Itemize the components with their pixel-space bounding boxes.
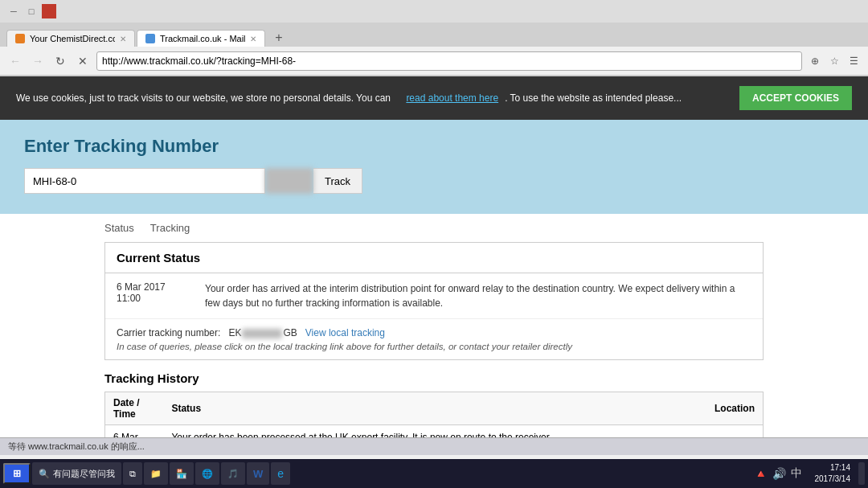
main-content: Status Tracking Current Status 6 Mar 201… — [88, 214, 780, 437]
taskbar-file-explorer[interactable]: 📁 — [144, 462, 168, 485]
taskbar-clock[interactable]: 17:14 2017/3/14 — [809, 462, 858, 485]
show-desktop-button[interactable] — [858, 462, 865, 485]
track-button[interactable]: Track — [313, 168, 362, 194]
tracking-history-title: Tracking History — [104, 371, 764, 385]
stop-button[interactable]: ✕ — [74, 52, 92, 70]
start-button[interactable]: ⊞ — [3, 463, 31, 484]
current-status-row: 6 Mar 2017 11:00 Your order has arrived … — [105, 273, 763, 319]
row1-status: Your order has been processed at the UK … — [163, 425, 706, 438]
carrier-number-prefix: EK — [228, 327, 241, 338]
windows-logo-icon: ⊞ — [13, 468, 21, 479]
tracking-header-title: Enter Tracking Number — [24, 136, 844, 157]
current-status-title: Current Status — [105, 243, 763, 273]
word-icon: W — [253, 468, 263, 480]
translate-icon[interactable]: ⊕ — [807, 53, 823, 69]
taskbar-system-icons: 🔺 🔊 中 — [749, 466, 807, 481]
cookie-link[interactable]: read about them here — [406, 92, 498, 104]
current-status-time: 11:00 — [117, 293, 189, 304]
folder-icon: 📁 — [150, 469, 162, 479]
taskbar-store[interactable]: 🏪 — [170, 462, 194, 485]
tracking-number-input[interactable] — [24, 168, 265, 194]
tab-trackmail[interactable]: Trackmail.co.uk - Mail... ✕ — [137, 30, 265, 47]
col-header-location: Location — [706, 392, 764, 425]
input-icon[interactable]: 中 — [791, 466, 802, 481]
tab-close-chemist[interactable]: ✕ — [120, 35, 126, 43]
carrier-label: Carrier tracking number: — [117, 327, 220, 338]
tab-label-chemist: Your ChemistDirect.co... — [30, 34, 115, 43]
carrier-info: Carrier tracking number: EKGB View local… — [105, 319, 763, 359]
carrier-number-suffix: GB — [283, 327, 297, 338]
new-tab-button[interactable]: + — [270, 29, 288, 47]
taskbar: ⊞ 🔍 有问题尽管问我 ⧉ 📁 🏪 🌐 🎵 W e 🔺 🔊 中 17:14 20… — [0, 459, 868, 488]
history-table: Date / Time Status Location 6 Mar 2017 0… — [104, 392, 764, 437]
cookie-message-before: We use cookies, just to track visits to … — [16, 92, 391, 104]
row1-datetime: 6 Mar 2017 09:42 — [105, 425, 164, 438]
tab-favicon-trackmail — [145, 34, 155, 43]
taskbar-view-button[interactable]: ⧉ — [123, 462, 142, 485]
carrier-tracking-row: Carrier tracking number: EKGB View local… — [117, 327, 751, 338]
music-icon: 🎵 — [227, 469, 239, 479]
forward-button[interactable]: → — [29, 52, 47, 70]
url-input[interactable] — [96, 51, 802, 71]
row1-date: 6 Mar 2017 — [113, 432, 155, 437]
window-controls: ─ □ ✕ — [6, 4, 56, 18]
current-status-datetime: 6 Mar 2017 11:00 — [117, 281, 189, 310]
table-row: 6 Mar 2017 09:42 Your order has been pro… — [105, 425, 764, 438]
network-icon[interactable]: 🔺 — [754, 467, 768, 480]
status-bar: 等待 www.trackmail.co.uk 的响应... — [0, 437, 868, 455]
bookmark-icon[interactable]: ☆ — [826, 53, 842, 69]
tab-bar: Your ChemistDirect.co... ✕ Trackmail.co.… — [0, 23, 868, 47]
breadcrumb-status: Status — [104, 222, 134, 234]
tracking-header: Enter Tracking Number Track — [0, 120, 868, 214]
col-header-status: Status — [163, 392, 706, 425]
nav-icons: ⊕ ☆ ☰ — [807, 53, 862, 69]
current-status-box: Current Status 6 Mar 2017 11:00 Your ord… — [104, 242, 764, 360]
tab-chemist[interactable]: Your ChemistDirect.co... ✕ — [6, 30, 135, 47]
volume-icon[interactable]: 🔊 — [772, 467, 786, 480]
tracking-history: Tracking History Date / Time Status Loca… — [104, 371, 764, 437]
nav-bar: ← → ↻ ✕ ⊕ ☆ ☰ — [0, 47, 868, 76]
current-status-date: 6 Mar 2017 — [117, 281, 189, 293]
tab-favicon-chemist — [15, 34, 25, 43]
clock-date: 2017/3/14 — [815, 474, 851, 485]
back-button[interactable]: ← — [6, 52, 24, 70]
store-icon: 🏪 — [176, 469, 187, 479]
carrier-note: In case of queries, please click on the … — [117, 342, 751, 351]
cookie-message-after: . To use the website as intended please.… — [505, 92, 682, 104]
current-status-message: Your order has arrived at the interim di… — [205, 281, 751, 310]
taskbar-music[interactable]: 🎵 — [221, 462, 245, 485]
search-icon: 🔍 — [39, 469, 50, 479]
ie-icon: e — [277, 467, 284, 480]
taskbar-word[interactable]: W — [247, 462, 269, 485]
tab-label-trackmail: Trackmail.co.uk - Mail... — [160, 34, 245, 43]
chrome-icon: 🌐 — [202, 469, 213, 479]
view-icon: ⧉ — [129, 469, 136, 479]
breadcrumb-row: Status Tracking — [104, 222, 764, 234]
title-bar: ─ □ ✕ — [0, 0, 868, 23]
reload-button[interactable]: ↻ — [51, 52, 69, 70]
view-local-tracking-link[interactable]: View local tracking — [305, 327, 385, 338]
minimize-button[interactable]: ─ — [6, 4, 21, 18]
close-button[interactable]: ✕ — [42, 4, 56, 18]
breadcrumb-tracking: Tracking — [150, 222, 190, 234]
taskbar-search[interactable]: 🔍 有问题尽管问我 — [32, 462, 121, 485]
row1-location — [706, 425, 764, 438]
tracking-input-row: Track — [24, 168, 844, 194]
page-content: We use cookies, just to track visits to … — [0, 76, 868, 437]
taskbar-search-label: 有问题尽管问我 — [53, 468, 115, 480]
maximize-button[interactable]: □ — [24, 4, 39, 18]
col-header-datetime: Date / Time — [105, 392, 164, 425]
tab-close-trackmail[interactable]: ✕ — [250, 35, 256, 43]
accept-cookies-button[interactable]: ACCEPT COOKIES — [739, 86, 852, 110]
taskbar-ie[interactable]: e — [271, 462, 290, 485]
status-bar-text: 等待 www.trackmail.co.uk 的响应... — [8, 441, 145, 453]
cookie-bar: We use cookies, just to track visits to … — [0, 76, 868, 120]
taskbar-chrome[interactable]: 🌐 — [195, 462, 219, 485]
settings-icon[interactable]: ☰ — [845, 53, 862, 69]
clock-time: 17:14 — [815, 462, 851, 474]
browser-frame: ─ □ ✕ Your ChemistDirect.co... ✕ Trackma… — [0, 0, 868, 76]
